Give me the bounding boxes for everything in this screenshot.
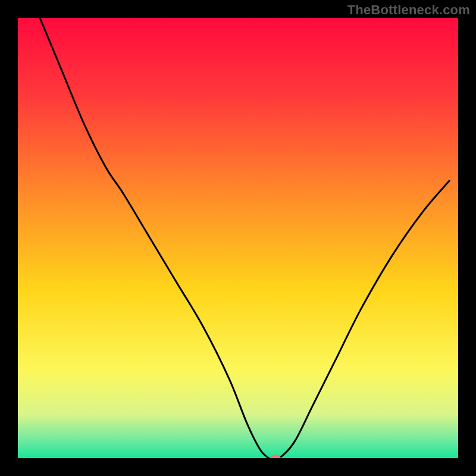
attribution-text: TheBottleneck.com [347,2,470,18]
bottleneck-chart [0,0,476,476]
chart-frame: TheBottleneck.com [0,0,476,476]
gradient-background [18,18,458,458]
optimal-point-marker [270,455,281,462]
